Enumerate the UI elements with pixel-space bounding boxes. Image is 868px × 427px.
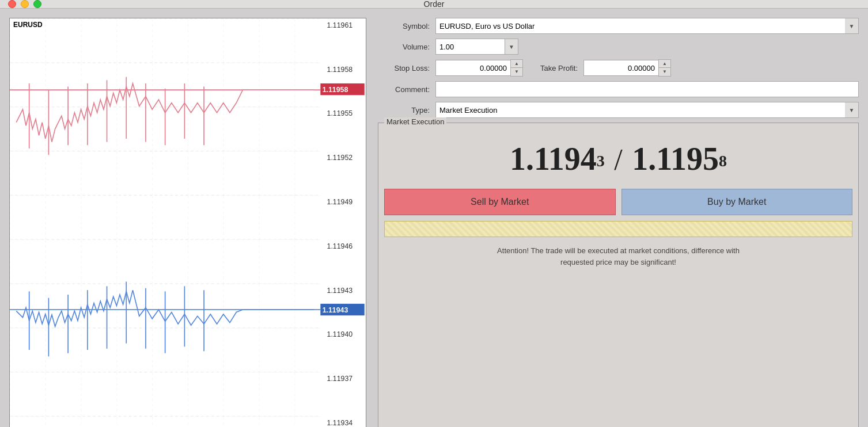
svg-text:1.11958: 1.11958 xyxy=(327,66,353,74)
chart-panel: EURUSD xyxy=(9,18,366,427)
close-button[interactable] xyxy=(8,0,16,8)
window-title: Order xyxy=(424,0,445,9)
sl-tp-row: Stop Loss: ▲ ▼ Take Profit: ▲ ▼ xyxy=(378,59,859,77)
svg-text:1.11949: 1.11949 xyxy=(327,198,353,206)
svg-text:1.11940: 1.11940 xyxy=(327,330,353,338)
take-profit-label: Take Profit: xyxy=(540,64,578,73)
trade-buttons: Sell by Market Buy by Market xyxy=(384,189,852,215)
volume-row: Volume: ▼ xyxy=(378,39,859,55)
svg-text:1.11934: 1.11934 xyxy=(327,419,353,427)
content-area: EURUSD xyxy=(0,9,868,427)
stop-loss-down-button[interactable]: ▼ xyxy=(511,68,522,76)
take-profit-spinbox: ▲ ▼ xyxy=(583,59,671,77)
title-bar: Order xyxy=(0,0,868,9)
bid-price-sub: 3 xyxy=(597,152,605,170)
minimize-button[interactable] xyxy=(21,0,29,8)
ask-price-sub: 8 xyxy=(719,152,727,170)
sell-by-market-button[interactable]: Sell by Market xyxy=(384,189,616,215)
stop-loss-label: Stop Loss: xyxy=(378,64,430,73)
comment-input[interactable] xyxy=(435,81,859,97)
svg-text:1.11946: 1.11946 xyxy=(327,242,353,250)
svg-text:1.11943: 1.11943 xyxy=(327,287,353,295)
bid-price-main: 1.1194 xyxy=(510,141,597,177)
symbol-select[interactable]: EURUSD, Euro vs US Dollar xyxy=(435,18,859,34)
comment-row: Comment: xyxy=(378,81,859,97)
price-separator: / xyxy=(614,143,622,176)
buy-by-market-button[interactable]: Buy by Market xyxy=(621,189,853,215)
attention-line2: requested price may be significant! xyxy=(560,258,676,266)
progress-bar xyxy=(384,221,852,237)
take-profit-down-button[interactable]: ▼ xyxy=(659,68,670,76)
stop-loss-up-button[interactable]: ▲ xyxy=(511,60,522,68)
stop-loss-spinbox: ▲ ▼ xyxy=(435,59,523,77)
svg-rect-1 xyxy=(10,18,320,427)
ask-price-main: 1.1195 xyxy=(632,141,719,177)
attention-text: Attention! The trade will be executed at… xyxy=(384,243,852,270)
type-select-wrapper[interactable]: Market Execution ▼ xyxy=(435,102,859,118)
volume-dropdown-arrow[interactable]: ▼ xyxy=(505,39,518,55)
stop-loss-input[interactable] xyxy=(435,60,510,76)
take-profit-spinbox-buttons: ▲ ▼ xyxy=(658,59,671,77)
take-profit-up-button[interactable]: ▲ xyxy=(659,60,670,68)
maximize-button[interactable] xyxy=(33,0,41,8)
svg-text:1.11961: 1.11961 xyxy=(327,21,353,29)
price-display: 1.11943 / 1.11958 xyxy=(384,129,852,183)
attention-line1: Attention! The trade will be executed at… xyxy=(497,246,740,255)
traffic-lights xyxy=(8,0,41,8)
stop-loss-spinbox-buttons: ▲ ▼ xyxy=(510,59,523,77)
type-label: Type: xyxy=(378,106,430,115)
symbol-label: Symbol: xyxy=(378,22,430,30)
window: Order EURUSD xyxy=(0,0,868,427)
volume-input[interactable] xyxy=(435,39,505,55)
comment-label: Comment: xyxy=(378,85,430,94)
symbol-select-wrapper[interactable]: EURUSD, Euro vs US Dollar ▼ xyxy=(435,18,859,34)
svg-text:1.11958: 1.11958 xyxy=(323,86,348,94)
volume-label: Volume: xyxy=(378,43,430,51)
svg-text:1.11937: 1.11937 xyxy=(327,375,353,383)
type-select[interactable]: Market Execution xyxy=(435,102,859,118)
svg-text:1.11955: 1.11955 xyxy=(327,109,353,117)
take-profit-input[interactable] xyxy=(583,60,658,76)
market-execution-box: Market Execution 1.11943 / 1.11958 Sell … xyxy=(378,123,859,427)
type-row: Type: Market Execution ▼ xyxy=(378,102,859,118)
market-execution-title: Market Execution xyxy=(384,117,446,126)
chart-symbol-label: EURUSD xyxy=(13,21,43,29)
symbol-row: Symbol: EURUSD, Euro vs US Dollar ▼ xyxy=(378,18,859,34)
chart-svg: 1.11961 1.11958 1.11955 1.11952 1.11949 … xyxy=(10,18,366,427)
chart-container: 1.11961 1.11958 1.11955 1.11952 1.11949 … xyxy=(10,18,366,427)
svg-text:1.11943: 1.11943 xyxy=(323,306,348,314)
volume-wrapper: ▼ xyxy=(435,39,518,55)
svg-text:1.11952: 1.11952 xyxy=(327,154,353,162)
right-panel: Symbol: EURUSD, Euro vs US Dollar ▼ Volu… xyxy=(378,18,859,427)
